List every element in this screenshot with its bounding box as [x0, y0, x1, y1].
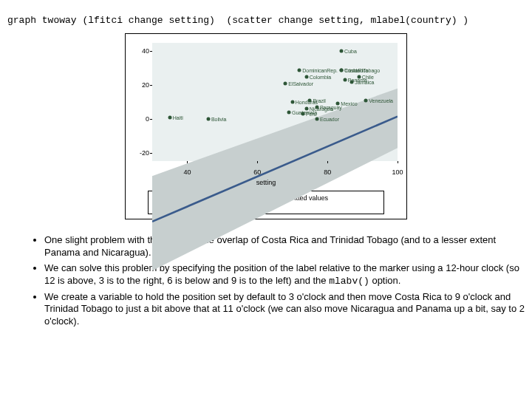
point-label: Jamaica — [355, 79, 374, 84]
point-label: Peru — [306, 112, 317, 117]
data-point — [168, 115, 171, 119]
data-point — [290, 100, 294, 104]
y-tick-mark — [150, 119, 152, 120]
point-label: Haiti — [173, 115, 183, 120]
x-tick-mark — [398, 161, 398, 163]
point-label: TrinidadTobago — [344, 67, 380, 72]
data-point — [315, 105, 318, 109]
data-point — [287, 110, 290, 114]
bullet-item: We create a variable to hold the positio… — [44, 291, 525, 329]
point-label: Colombia — [310, 74, 332, 79]
y-tick-mark — [150, 153, 152, 154]
data-point — [364, 98, 368, 102]
y-tick-mark — [150, 85, 152, 86]
y-tick-label: -20 — [132, 149, 149, 157]
x-tick-mark — [257, 161, 258, 163]
data-point — [350, 80, 354, 83]
data-point — [308, 98, 312, 102]
data-point — [343, 78, 347, 82]
point-label: Venezuela — [369, 98, 393, 103]
x-axis-label: setting — [256, 179, 276, 186]
point-label: Cuba — [344, 49, 357, 54]
data-point — [340, 68, 344, 72]
x-tick-label: 60 — [253, 168, 261, 176]
point-label: Mexico — [341, 101, 357, 106]
point-label: Brazil — [313, 98, 326, 103]
point-label: Chile — [362, 74, 374, 79]
data-point — [301, 112, 304, 116]
data-point — [298, 68, 301, 72]
y-tick-label: 40 — [132, 47, 149, 55]
x-tick-mark — [327, 161, 328, 163]
y-tick-label: 0 — [132, 115, 149, 123]
chart-container: HaitiBoliviaElSalvadorHondurasGuatemalaD… — [7, 33, 525, 219]
scatter-chart: HaitiBoliviaElSalvadorHondurasGuatemalaD… — [125, 33, 407, 219]
data-point — [284, 81, 287, 85]
point-label: Ecuador — [320, 116, 339, 121]
plot-region: HaitiBoliviaElSalvadorHondurasGuatemalaD… — [152, 43, 398, 161]
data-point — [340, 50, 344, 53]
y-tick-label: 20 — [132, 81, 149, 89]
data-point — [304, 107, 308, 111]
data-point — [304, 75, 308, 78]
point-label: DominicanRep. — [302, 67, 338, 72]
x-tick-label: 40 — [183, 168, 191, 176]
point-label: Bolivia — [211, 116, 227, 121]
x-tick-label: 80 — [324, 168, 331, 176]
data-point — [206, 117, 210, 120]
data-point — [357, 75, 361, 78]
data-point — [315, 117, 318, 120]
data-point — [336, 102, 340, 106]
point-label: ElSalvador — [288, 81, 313, 86]
x-tick-mark — [187, 161, 188, 163]
x-tick-label: 100 — [392, 168, 403, 176]
y-tick-mark — [150, 51, 152, 52]
bullet-text: We create a variable to hold the positio… — [44, 291, 525, 327]
stata-command: graph twoway (lfitci change setting) (sc… — [7, 15, 525, 26]
plot-area: HaitiBoliviaElSalvadorHondurasGuatemalaD… — [132, 40, 400, 188]
